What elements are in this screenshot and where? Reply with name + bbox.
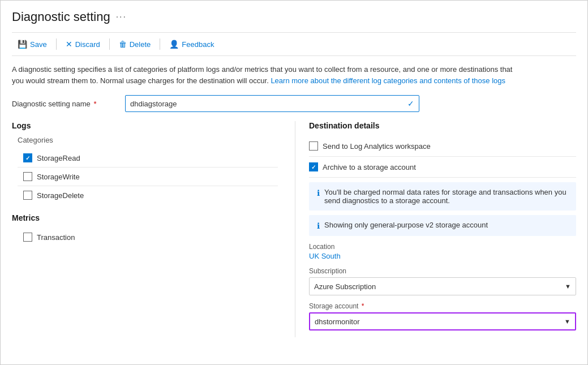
discard-button[interactable]: ✕ Discard <box>60 37 106 51</box>
log-storage-read-item: StorageRead <box>18 149 278 168</box>
checkmark-icon: ✓ <box>407 99 414 108</box>
metrics-items-block: Transaction <box>18 228 278 246</box>
subscription-value: Azure Subscription <box>314 282 376 291</box>
subscription-chevron-icon: ▼ <box>565 283 571 290</box>
feedback-icon: 👤 <box>169 40 179 49</box>
page-title-area: Diagnostic setting ··· <box>12 10 576 24</box>
storage-account-value: dhstormonitor <box>315 317 359 326</box>
dest-log-analytics-item: Send to Log Analytics workspace <box>309 136 576 157</box>
diagnostic-name-input[interactable]: dhdiagstorage ✓ <box>125 95 419 112</box>
main-layout: Logs Categories StorageRead StorageWrite… <box>12 121 576 337</box>
categories-label: Categories <box>18 136 278 144</box>
feedback-button[interactable]: 👤 Feedback <box>164 37 220 51</box>
info-icon-1: ℹ <box>317 188 320 197</box>
logs-section: Logs Categories StorageRead StorageWrite… <box>12 121 278 204</box>
storage-account-label: Storage account * <box>309 302 576 310</box>
page-container: Diagnostic setting ··· 💾 Save ✕ Discard … <box>0 0 588 365</box>
log-analytics-label: Send to Log Analytics workspace <box>323 142 431 151</box>
info-box-general-purpose: ℹ Showing only general-purpose v2 storag… <box>309 215 576 236</box>
subscription-label: Subscription <box>309 267 576 275</box>
required-star: * <box>93 100 96 108</box>
log-analytics-checkbox[interactable] <box>309 141 318 151</box>
storage-account-chevron-icon: ▼ <box>564 318 570 325</box>
storage-required-star: * <box>362 302 364 310</box>
separator-1 <box>56 38 57 50</box>
location-value: UK South <box>309 252 576 260</box>
diagnostic-name-value: dhdiagstorage <box>130 100 177 108</box>
transaction-label: Transaction <box>37 233 75 242</box>
destination-details-title: Destination details <box>309 121 576 130</box>
separator-2 <box>109 38 110 50</box>
storage-delete-label: StorageDelete <box>37 191 84 200</box>
left-panel: Logs Categories StorageRead StorageWrite… <box>12 121 295 337</box>
page-title-ellipsis: ··· <box>116 12 127 22</box>
delete-icon: 🗑 <box>119 40 127 49</box>
separator-3 <box>160 38 160 50</box>
learn-more-link[interactable]: Learn more about the different log categ… <box>271 76 505 85</box>
discard-icon: ✕ <box>66 40 72 49</box>
log-storage-delete-item: StorageDelete <box>18 186 278 204</box>
storage-account-dropdown[interactable]: dhstormonitor ▼ <box>309 312 576 330</box>
diagnostic-name-label: Diagnostic setting name * <box>12 100 125 108</box>
storage-read-label: StorageRead <box>37 154 80 162</box>
description-area: A diagnostic setting specifies a list of… <box>12 64 521 86</box>
diagnostic-name-row: Diagnostic setting name * dhdiagstorage … <box>12 95 576 112</box>
info-icon-2: ℹ <box>317 221 320 230</box>
metric-transaction-item: Transaction <box>18 228 278 246</box>
logs-title: Logs <box>12 121 278 130</box>
toolbar: 💾 Save ✕ Discard 🗑 Delete 👤 Feedback <box>12 32 576 56</box>
archive-storage-checkbox[interactable] <box>309 162 318 171</box>
subscription-field: Subscription Azure Subscription ▼ <box>309 267 576 295</box>
page-title: Diagnostic setting <box>12 10 110 24</box>
info-box-charges: ℹ You'll be charged normal data rates fo… <box>309 182 576 211</box>
dest-archive-storage-item: Archive to a storage account <box>309 157 576 178</box>
storage-account-field: Storage account * dhstormonitor ▼ <box>309 302 576 330</box>
subscription-dropdown[interactable]: Azure Subscription ▼ <box>309 277 576 295</box>
storage-write-checkbox[interactable] <box>23 172 32 181</box>
save-label: Save <box>30 40 47 49</box>
discard-label: Discard <box>75 40 100 49</box>
info-text-charges: You'll be charged normal data rates for … <box>324 188 568 205</box>
log-storage-write-item: StorageWrite <box>18 168 278 186</box>
feedback-label: Feedback <box>182 40 214 49</box>
save-icon: 💾 <box>18 40 27 49</box>
storage-delete-checkbox[interactable] <box>23 191 32 200</box>
transaction-checkbox[interactable] <box>23 233 32 242</box>
storage-write-label: StorageWrite <box>37 173 80 181</box>
metrics-title: Metrics <box>12 213 278 222</box>
logs-categories-block: StorageRead StorageWrite StorageDelete <box>18 149 278 204</box>
right-panel: Destination details Send to Log Analytic… <box>295 121 576 337</box>
delete-label: Delete <box>130 40 151 49</box>
location-section: Location UK South <box>309 243 576 260</box>
delete-button[interactable]: 🗑 Delete <box>113 37 157 51</box>
info-text-general-purpose: Showing only general-purpose v2 storage … <box>324 221 488 229</box>
storage-read-checkbox[interactable] <box>23 153 32 162</box>
metrics-section: Metrics Transaction <box>12 213 278 246</box>
archive-storage-label: Archive to a storage account <box>323 163 416 171</box>
location-label: Location <box>309 243 576 251</box>
save-button[interactable]: 💾 Save <box>12 37 53 51</box>
